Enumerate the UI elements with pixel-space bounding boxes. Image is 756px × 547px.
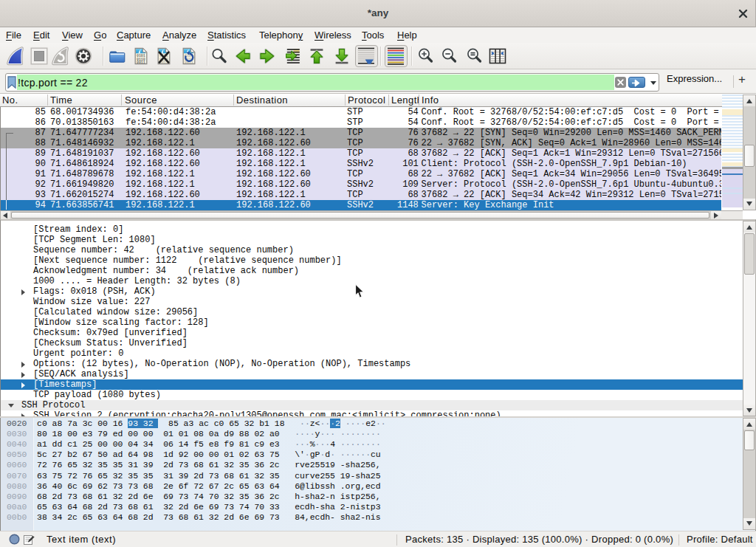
svg-text:0011: 0011: [137, 61, 145, 64]
